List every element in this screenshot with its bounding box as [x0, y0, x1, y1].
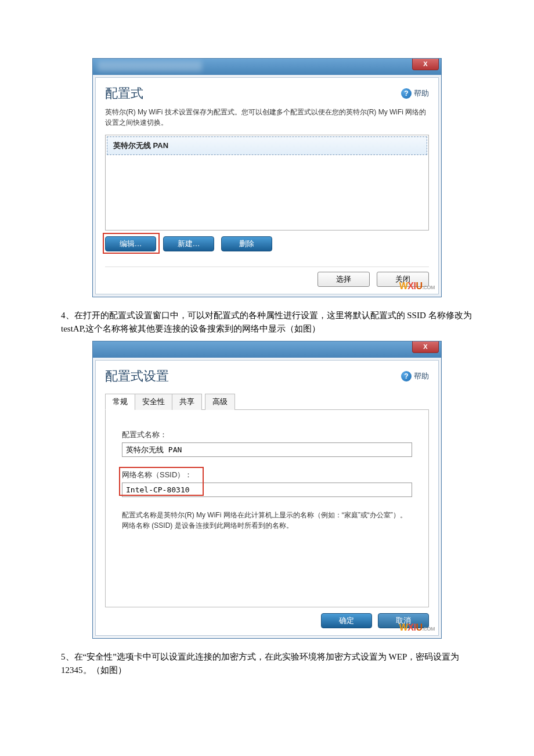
ssid-group: 网络名称（SSID）：: [122, 470, 412, 497]
tab-share[interactable]: 共享: [172, 394, 202, 410]
dialog-title: 配置式: [105, 85, 143, 102]
titlebar[interactable]: X: [93, 341, 441, 358]
client-area: 配置式设置 ? 帮助 常规 安全性 共享 高级 配置式名称： 网络名称（SSID…: [95, 360, 439, 636]
select-button[interactable]: 选择: [317, 272, 370, 287]
help-link[interactable]: ? 帮助: [401, 88, 429, 99]
profile-settings-window: X 配置式设置 ? 帮助 常规 安全性 共享 高级 配置式名称： 网络名称（SS…: [92, 341, 442, 639]
help-label: 帮助: [414, 88, 429, 99]
tab-page-general: 配置式名称： 网络名称（SSID）： 配置式名称是英特尔(R) My WiFi …: [105, 410, 429, 607]
field-explanation: 配置式名称是英特尔(R) My WiFi 网络在此计算机上显示的名称（例如：“家…: [122, 510, 412, 531]
ssid-input[interactable]: [122, 483, 412, 497]
edit-button[interactable]: 编辑…: [105, 236, 156, 251]
tabbar: 常规 安全性 共享 高级: [105, 393, 429, 410]
article-step-4: 4、在打开的配置式设置窗口中，可以对配置式的各种属性进行设置，这里将默认配置式的…: [61, 309, 473, 335]
ok-button[interactable]: 确定: [321, 613, 372, 628]
close-icon[interactable]: X: [412, 341, 439, 353]
profile-name-group: 配置式名称：: [122, 430, 412, 457]
profiles-window: X 配置式 ? 帮助 英特尔(R) My WiFi 技术设置保存为配置式。您可以…: [92, 58, 442, 297]
watermark: WXIU.COM: [399, 281, 435, 291]
profile-name-input[interactable]: [122, 442, 412, 457]
titlebar-blur: [98, 61, 202, 71]
help-icon: ?: [401, 88, 412, 99]
titlebar[interactable]: X: [93, 59, 441, 75]
new-button[interactable]: 新建…: [163, 236, 214, 251]
help-icon: ?: [401, 371, 412, 381]
dialog-description: 英特尔(R) My WiFi 技术设置保存为配置式。您可以创建多个配置式以便在您…: [105, 107, 429, 128]
article-step-5: 5、在“安全性”选项卡中可以设置此连接的加密方式，在此实验环境将加密方式设置为 …: [61, 650, 473, 676]
tab-advanced[interactable]: 高级: [205, 394, 235, 410]
ssid-label: 网络名称（SSID）：: [122, 470, 412, 480]
list-item[interactable]: 英特尔无线 PAN: [107, 136, 427, 155]
profile-listbox[interactable]: 英特尔无线 PAN: [105, 135, 429, 231]
client-area: 配置式 ? 帮助 英特尔(R) My WiFi 技术设置保存为配置式。您可以创建…: [95, 77, 439, 294]
delete-button[interactable]: 删除: [221, 236, 272, 251]
tab-general[interactable]: 常规: [105, 394, 135, 410]
dialog-title: 配置式设置: [105, 368, 169, 385]
tab-security[interactable]: 安全性: [135, 394, 172, 410]
help-label: 帮助: [414, 371, 429, 381]
help-link[interactable]: ? 帮助: [401, 371, 429, 381]
close-icon[interactable]: X: [412, 59, 439, 70]
watermark: WXIU.COM: [399, 622, 435, 633]
profile-name-label: 配置式名称：: [122, 430, 412, 440]
